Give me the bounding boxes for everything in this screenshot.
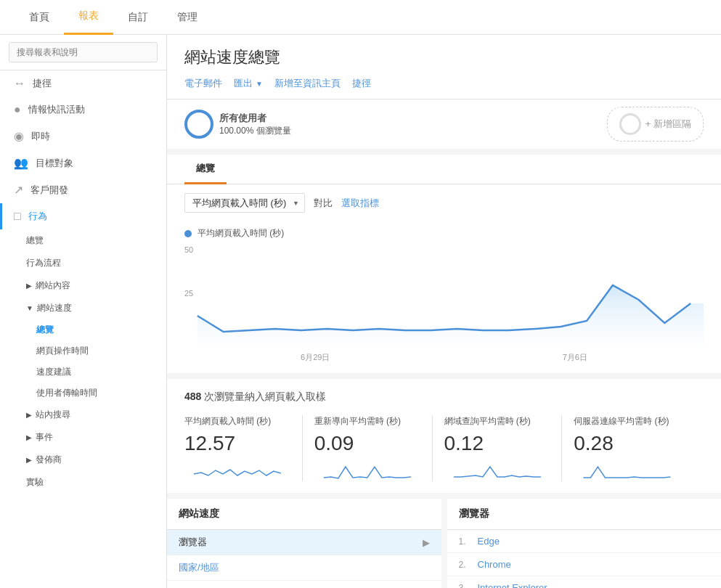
x-label-1: 6月29日 (301, 352, 330, 363)
legend-label: 平均網頁載入時間 (秒) (197, 227, 284, 240)
select-metric-link[interactable]: 選取指標 (341, 197, 379, 210)
page-header: 網站速度總覽 電子郵件 匯出 ▼ 新增至資訊主頁 捷徑 (167, 35, 721, 99)
segment-name: 所有使用者 (219, 112, 291, 125)
sidebar-sub-behavior-flow[interactable]: 行為流程 (0, 252, 166, 274)
x-label-2: 7月6日 (563, 352, 587, 363)
y-axis-max: 50 (184, 245, 193, 254)
legend-dot-icon (184, 230, 192, 237)
metric-select[interactable]: 平均網頁載入時間 (秒) (184, 193, 305, 213)
metric-select-wrapper: 平均網頁載入時間 (秒) (184, 193, 305, 213)
tab-overview[interactable]: 總覽 (184, 155, 227, 184)
arrow-icon-events: ▶ (26, 433, 32, 441)
action-export[interactable]: 匯出 ▼ (234, 77, 263, 90)
left-table-header: 網站速度 (167, 499, 441, 530)
content-area: 網站速度總覽 電子郵件 匯出 ▼ 新增至資訊主頁 捷徑 所有使用者 100.00… (167, 35, 721, 588)
filter-row: 平均網頁載入時間 (秒) 對比 選取指標 (167, 184, 721, 221)
sidebar-sub-events[interactable]: ▶ 事件 (0, 426, 166, 449)
stat-label-3: 伺服器連線平均需時 (秒) (574, 415, 680, 428)
arrow-icon-site-speed: ▼ (26, 304, 33, 312)
stats-header: 488 次瀏覽量納入網頁載入取樣 (184, 391, 704, 404)
sidebar-sub-overview[interactable]: 總覽 (0, 229, 166, 252)
top-navigation: 首頁 報表 自訂 管理 (0, 0, 721, 35)
arrow-icon-site-search: ▶ (26, 411, 32, 419)
sidebar-sub-site-search[interactable]: ▶ 站內搜尋 (0, 404, 166, 426)
row-num-3: 3. (459, 583, 471, 589)
segment-item: 所有使用者 100.00% 個瀏覽量 (184, 110, 291, 139)
stat-sparkline-3 (574, 460, 680, 481)
sidebar: ↔ 捷徑 ● 情報快訊活動 ◉ 即時 👥 目標對象 ↗ 客戶開發 □ 行為 總覽… (0, 35, 167, 588)
tabs-container: 總覽 (167, 155, 721, 184)
sidebar-item-acquisition[interactable]: ↗ 客戶開發 (0, 176, 166, 203)
table-row-browser[interactable]: 瀏覽器 ▶ (167, 530, 441, 555)
add-segment-button[interactable]: + 新增區隔 (607, 107, 704, 142)
sidebar-sub-page-timings[interactable]: 網頁操作時間 (0, 340, 166, 362)
bottom-section: 網站速度 瀏覽器 ▶ 國家/地區 網頁 瀏覽器 1. Edge (167, 499, 721, 588)
stats-grid: 平均網頁載入時間 (秒) 12.57 重新導向平均需時 (秒) 0.09 (184, 415, 704, 481)
nav-custom[interactable]: 自訂 (113, 0, 163, 35)
action-shortcut[interactable]: 捷徑 (352, 77, 371, 90)
add-segment-label: + 新增區隔 (645, 118, 691, 131)
nav-reports[interactable]: 報表 (64, 0, 113, 35)
audience-icon: 👥 (14, 156, 28, 170)
stats-count: 488 (184, 391, 201, 402)
export-arrow-icon: ▼ (256, 80, 263, 88)
behavior-icon: □ (14, 210, 21, 223)
right-table-header: 瀏覽器 (447, 499, 722, 530)
sidebar-search-wrapper (0, 35, 166, 70)
nav-admin[interactable]: 管理 (163, 0, 212, 35)
sidebar-item-behavior[interactable]: □ 行為 (0, 203, 166, 229)
stat-value-1: 0.09 (314, 432, 420, 455)
segment-percentage: 100.00% 個瀏覽量 (219, 125, 291, 137)
search-input[interactable] (9, 42, 158, 62)
sidebar-sub-speed-suggestions[interactable]: 速度建議 (0, 362, 166, 383)
sidebar-sub-site-speed[interactable]: ▼ 網站速度 (0, 297, 166, 319)
stat-label-1: 重新導向平均需時 (秒) (314, 415, 420, 428)
y-axis-mid: 25 (184, 289, 193, 298)
stat-label-0: 平均網頁載入時間 (秒) (184, 415, 290, 428)
table-row-edge[interactable]: 1. Edge (447, 530, 722, 553)
stat-value-2: 0.12 (444, 432, 550, 455)
sidebar-sub-speed-overview[interactable]: 總覽 (0, 319, 166, 340)
arrow-icon-site-content: ▶ (26, 282, 32, 290)
sidebar-sub-site-content[interactable]: ▶ 網站內容 (0, 274, 166, 297)
action-email[interactable]: 電子郵件 (184, 77, 222, 90)
sidebar-sub-experiments[interactable]: 實驗 (0, 471, 166, 494)
table-row-chrome[interactable]: 2. Chrome (447, 553, 722, 576)
sidebar-item-realtime[interactable]: ◉ 即時 (0, 123, 166, 150)
chart-area: 平均網頁載入時間 (秒) 50 25 (167, 221, 721, 373)
stat-redirect: 重新導向平均需時 (秒) 0.09 (314, 415, 433, 481)
table-row-country-label: 國家/地區 (179, 561, 219, 574)
table-row-browser-arrow: ▶ (423, 537, 430, 548)
stat-value-3: 0.28 (574, 432, 680, 455)
segment-text: 所有使用者 100.00% 個瀏覽量 (219, 112, 291, 137)
chart-legend: 平均網頁載入時間 (秒) (184, 227, 704, 240)
table-row-ie[interactable]: 3. Internet Explorer (447, 576, 722, 588)
right-table: 瀏覽器 1. Edge 2. Chrome 3. Internet Explor… (447, 499, 722, 588)
line-chart (184, 245, 704, 347)
sidebar-sub-publisher[interactable]: ▶ 發佈商 (0, 449, 166, 471)
realtime-icon: ◉ (14, 129, 24, 143)
table-row-country[interactable]: 國家/地區 (167, 555, 441, 581)
stat-sparkline-2 (444, 460, 550, 481)
sidebar-sub-user-timings[interactable]: 使用者傳輸時間 (0, 383, 166, 404)
x-axis-labels: 6月29日 7月6日 (184, 352, 704, 363)
stat-value-0: 12.57 (184, 432, 290, 455)
table-row-page[interactable]: 網頁 (167, 581, 441, 588)
left-table: 網站速度 瀏覽器 ▶ 國家/地區 網頁 (167, 499, 441, 588)
compare-text: 對比 (314, 197, 333, 210)
stat-label-2: 網域查詢平均需時 (秒) (444, 415, 550, 428)
sidebar-item-shortcuts[interactable]: ↔ 捷徑 (0, 70, 166, 97)
action-add-dashboard[interactable]: 新增至資訊主頁 (274, 77, 341, 90)
main-layout: ↔ 捷徑 ● 情報快訊活動 ◉ 即時 👥 目標對象 ↗ 客戶開發 □ 行為 總覽… (0, 35, 721, 588)
stat-server-connect: 伺服器連線平均需時 (秒) 0.28 (574, 415, 692, 481)
sidebar-item-audience[interactable]: 👥 目標對象 (0, 150, 166, 176)
nav-home[interactable]: 首頁 (15, 0, 64, 35)
stats-section: 488 次瀏覽量納入網頁載入取樣 平均網頁載入時間 (秒) 12.57 重新導向 (167, 379, 721, 493)
page-actions: 電子郵件 匯出 ▼ 新增至資訊主頁 捷徑 (184, 77, 704, 90)
segment-circle (184, 110, 213, 139)
intelligence-icon: ● (14, 103, 21, 116)
sidebar-item-intelligence[interactable]: ● 情報快訊活動 (0, 97, 166, 123)
stats-label: 次瀏覽量納入網頁載入取樣 (204, 391, 326, 402)
stat-page-load: 平均網頁載入時間 (秒) 12.57 (184, 415, 303, 481)
tab-section: 總覽 平均網頁載入時間 (秒) 對比 選取指標 平均網頁載入時間 (秒) (167, 155, 721, 373)
